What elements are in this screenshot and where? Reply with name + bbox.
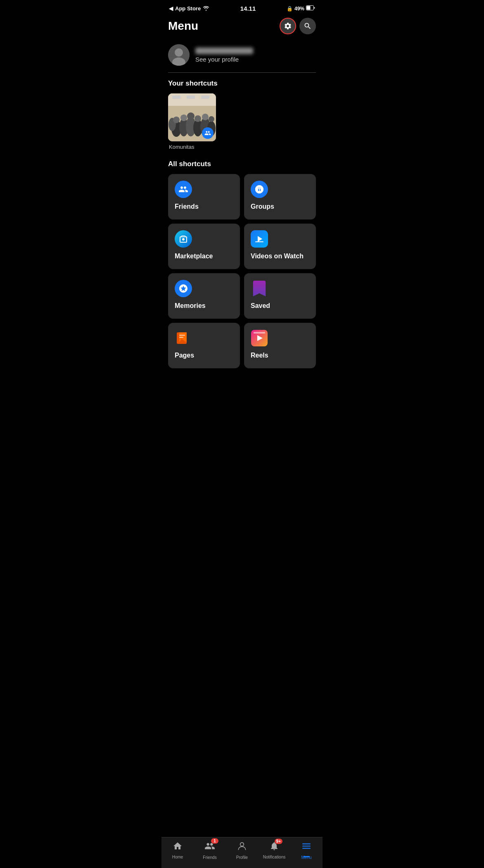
komunitas-badge xyxy=(202,127,214,139)
your-shortcuts-list: Komunitas xyxy=(161,92,323,153)
shortcut-card-groups[interactable]: Groups xyxy=(244,174,316,219)
reels-icon xyxy=(251,329,268,347)
lock-icon: 🔒 xyxy=(287,6,293,12)
videos-on-watch-label: Videos on Watch xyxy=(251,253,309,260)
all-shortcuts-title: All shortcuts xyxy=(161,153,323,172)
shortcut-card-saved[interactable]: Saved xyxy=(244,273,316,319)
videos-on-watch-icon xyxy=(251,230,268,248)
profile-name-blurred xyxy=(195,48,253,54)
saved-icon xyxy=(251,280,268,297)
svg-rect-21 xyxy=(187,95,195,99)
reels-label: Reels xyxy=(251,352,309,359)
profile-section[interactable]: See your profile xyxy=(161,39,323,72)
your-shortcuts-title: Your shortcuts xyxy=(161,73,323,92)
svg-rect-23 xyxy=(255,241,263,242)
svg-point-15 xyxy=(187,112,195,120)
page-title: Menu xyxy=(168,19,198,33)
status-left: ◀ App Store xyxy=(169,5,209,12)
friends-label: Friends xyxy=(175,203,233,210)
marketplace-label: Marketplace xyxy=(175,253,233,260)
groups-icon xyxy=(251,181,268,198)
status-right: 🔒 49% xyxy=(287,5,315,12)
pages-icon xyxy=(175,329,192,347)
shortcut-card-memories[interactable]: Memories xyxy=(168,273,240,319)
shortcut-card-pages[interactable]: Pages xyxy=(168,323,240,368)
komunitas-thumb xyxy=(168,93,216,141)
see-profile-text: See your profile xyxy=(195,56,253,63)
svg-point-17 xyxy=(202,114,209,120)
settings-button[interactable] xyxy=(280,18,296,34)
svg-point-16 xyxy=(195,115,201,122)
pages-label: Pages xyxy=(175,352,233,359)
groups-label: Groups xyxy=(251,203,309,210)
battery-icon xyxy=(306,5,315,12)
wifi-icon xyxy=(203,5,209,12)
svg-point-13 xyxy=(173,117,180,123)
search-button[interactable] xyxy=(299,18,316,34)
carrier: App Store xyxy=(175,5,201,12)
header-icons xyxy=(280,18,316,34)
shortcut-card-marketplace[interactable]: Marketplace xyxy=(168,224,240,269)
back-arrow: ◀ xyxy=(169,5,173,12)
marketplace-icon xyxy=(175,230,192,248)
svg-rect-26 xyxy=(179,337,183,338)
profile-info: See your profile xyxy=(195,48,253,63)
svg-point-14 xyxy=(180,114,187,121)
svg-rect-19 xyxy=(168,93,216,106)
svg-rect-20 xyxy=(172,95,180,99)
shortcut-card-reels[interactable]: Reels xyxy=(244,323,316,368)
shortcut-komunitas[interactable]: Komunitas xyxy=(168,93,216,150)
shortcut-card-friends[interactable]: Friends xyxy=(168,174,240,219)
status-bar: ◀ App Store 14.11 🔒 49% xyxy=(161,0,323,14)
avatar xyxy=(168,44,190,66)
all-shortcuts-grid: Friends Groups Marketplace Video xyxy=(161,172,323,401)
status-time: 14.11 xyxy=(240,5,256,12)
svg-rect-28 xyxy=(254,332,265,334)
svg-point-3 xyxy=(175,48,183,57)
battery-percent: 49% xyxy=(294,6,304,12)
svg-rect-22 xyxy=(201,95,209,99)
friends-icon xyxy=(175,181,192,198)
svg-point-18 xyxy=(209,116,214,122)
page-header: Menu xyxy=(161,14,323,39)
memories-label: Memories xyxy=(175,302,233,310)
memories-icon xyxy=(175,280,192,297)
svg-rect-25 xyxy=(179,335,185,336)
komunitas-label: Komunitas xyxy=(168,144,194,150)
shortcut-card-videos-on-watch[interactable]: Videos on Watch xyxy=(244,224,316,269)
svg-rect-1 xyxy=(306,6,310,10)
saved-label: Saved xyxy=(251,302,309,310)
